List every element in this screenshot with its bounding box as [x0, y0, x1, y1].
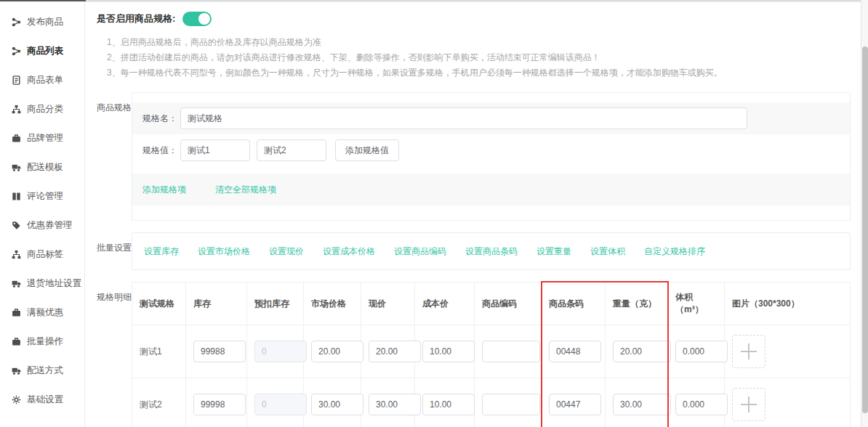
enable-spec-label: 是否启用商品规格: — [97, 12, 175, 25]
cell-cost — [415, 378, 475, 427]
tag-icon — [12, 221, 21, 230]
batch-link-1[interactable]: 设置市场价格 — [198, 245, 250, 258]
batch-link-5[interactable]: 设置商品条码 — [465, 245, 518, 258]
spec-detail-table: 测试规格库存预扣库存市场价格现价成本价商品编码商品条码重量（克）体积（m³）图片… — [132, 282, 851, 427]
cell-barcode — [542, 378, 606, 427]
input-code-row2[interactable] — [482, 394, 540, 415]
spec-name-input[interactable] — [180, 107, 747, 129]
scrollbar-thumb[interactable] — [862, 46, 868, 413]
page-scrollbar[interactable] — [861, 0, 868, 427]
input-reserved-row2 — [254, 394, 307, 415]
sidebar-item-4[interactable]: 品牌管理 — [0, 123, 84, 152]
cell-code — [475, 325, 542, 378]
header-barcode: 商品条码 — [542, 282, 606, 325]
cell-image — [725, 325, 851, 378]
cell-reserved — [247, 378, 304, 427]
sidebar-item-7[interactable]: 优惠券管理 — [0, 211, 84, 240]
spec-table-wrap: 测试规格库存预扣库存市场价格现价成本价商品编码商品条码重量（克）体积（m³）图片… — [132, 282, 851, 427]
input-weight-row2[interactable] — [613, 394, 671, 415]
header-reserved: 预扣库存 — [247, 282, 304, 325]
input-market_price-row2[interactable] — [311, 394, 363, 415]
sidebar-item-label: 退货地址设置 — [27, 277, 81, 290]
sidebar-menu: 发布商品商品列表商品表单商品分类品牌管理配送模板评论管理优惠券管理商品标签退货地… — [0, 7, 84, 414]
batch-link-8[interactable]: 自定义规格排序 — [644, 245, 705, 258]
clear-all-spec-link[interactable]: 清空全部规格项 — [215, 184, 276, 196]
input-cost-row2[interactable] — [422, 394, 475, 415]
sidebar-item-2[interactable]: 商品表单 — [0, 65, 84, 94]
batch-card: 设置库存设置市场价格设置现价设置成本价格设置商品编码设置商品条码设置重量设置体积… — [132, 232, 851, 270]
input-market_price-row1[interactable] — [311, 341, 363, 362]
spec-value-input-1[interactable] — [180, 139, 250, 161]
cell-volume — [668, 378, 725, 427]
batch-link-7[interactable]: 设置体积 — [590, 245, 625, 258]
input-reserved-row1 — [254, 341, 307, 362]
sidebar-item-8[interactable]: 商品标签 — [0, 240, 84, 269]
sidebar-item-13[interactable]: 基础设置 — [0, 385, 84, 414]
sidebar-item-label: 商品表单 — [27, 74, 63, 86]
cell-spec: 测试1 — [132, 325, 186, 378]
input-barcode-row1[interactable] — [549, 341, 601, 362]
image-upload-button[interactable] — [732, 335, 765, 368]
input-volume-row2[interactable] — [675, 394, 728, 415]
detail-section-label: 规格明细 — [97, 282, 132, 427]
batch-link-0[interactable]: 设置库存 — [144, 245, 179, 258]
batch-link-4[interactable]: 设置商品编码 — [394, 245, 446, 258]
header-code: 商品编码 — [475, 282, 542, 325]
sidebar: 发布商品商品列表商品表单商品分类品牌管理配送模板评论管理优惠券管理商品标签退货地… — [0, 1, 85, 427]
header-cost: 成本价 — [415, 282, 475, 325]
share-nodes-icon — [12, 46, 21, 56]
sidebar-item-5[interactable]: 配送模板 — [0, 152, 84, 182]
table-row: 测试2 — [132, 378, 851, 427]
cell-stock — [186, 378, 247, 427]
header-price: 现价 — [361, 282, 415, 325]
sidebar-item-label: 商品列表 — [27, 45, 63, 57]
header-weight: 重量（克） — [606, 282, 668, 325]
sidebar-item-1[interactable]: 商品列表 — [0, 36, 84, 65]
sidebar-item-label: 评论管理 — [27, 190, 63, 203]
sidebar-item-9[interactable]: 退货地址设置 — [0, 269, 84, 298]
batch-section-label: 批量设置 — [97, 232, 132, 270]
add-spec-item-link[interactable]: 添加规格项 — [142, 184, 186, 196]
sidebar-item-label: 满额优惠 — [27, 306, 63, 319]
columns-icon — [12, 192, 21, 201]
input-code-row1[interactable] — [482, 341, 540, 362]
add-spec-value-button[interactable]: 添加规格值 — [335, 139, 399, 161]
note-line-1: 1、启用商品规格后，商品的价格及库存以商品规格为准 — [107, 35, 851, 50]
spec-value-input-2[interactable] — [257, 139, 326, 161]
cell-market_price — [304, 325, 361, 378]
gear-icon — [12, 395, 21, 404]
cell-stock — [186, 325, 247, 378]
image-upload-button[interactable] — [732, 388, 765, 421]
spec-table-header-row: 测试规格库存预扣库存市场价格现价成本价商品编码商品条码重量（克）体积（m³）图片… — [132, 282, 851, 325]
sidebar-item-6[interactable]: 评论管理 — [0, 182, 84, 211]
batch-link-2[interactable]: 设置现价 — [269, 245, 304, 258]
batch-link-3[interactable]: 设置成本价格 — [323, 245, 375, 258]
table-row: 测试1 — [132, 325, 851, 378]
sitemap-icon — [12, 105, 21, 114]
input-volume-row1[interactable] — [675, 341, 728, 362]
sidebar-item-11[interactable]: 批量操作 — [0, 327, 84, 356]
sidebar-item-label: 商品标签 — [27, 248, 63, 261]
sidebar-item-3[interactable]: 商品分类 — [0, 94, 84, 123]
enable-spec-toggle[interactable] — [182, 12, 212, 26]
sidebar-item-label: 批量操作 — [27, 336, 63, 348]
sidebar-item-label: 优惠券管理 — [27, 219, 73, 232]
sitemap-icon — [12, 250, 21, 259]
input-weight-row1[interactable] — [613, 341, 671, 362]
note-line-2: 2、拼团活动创建后的商品，请勿对该商品进行修改规格、下架、删除等操作，否则影响下… — [107, 50, 851, 65]
sidebar-item-label: 发布商品 — [27, 16, 63, 28]
sidebar-item-10[interactable]: 满额优惠 — [0, 298, 84, 327]
sidebar-item-label: 配送模板 — [27, 161, 63, 174]
input-price-row2[interactable] — [369, 394, 421, 415]
input-stock-row2[interactable] — [193, 394, 246, 415]
sidebar-item-12[interactable]: 配送方式 — [0, 356, 84, 385]
note-line-3: 3、每一种规格代表不同型号，例如颜色为一种规格，尺寸为一种规格，如果设置多规格，… — [107, 65, 851, 81]
batch-link-6[interactable]: 设置重量 — [537, 245, 571, 258]
header-stock: 库存 — [186, 282, 247, 325]
input-price-row1[interactable] — [369, 341, 421, 362]
input-barcode-row2[interactable] — [549, 394, 601, 415]
sidebar-item-label: 商品分类 — [27, 103, 63, 115]
sidebar-item-0[interactable]: 发布商品 — [0, 7, 84, 36]
input-stock-row1[interactable] — [193, 341, 246, 362]
input-cost-row1[interactable] — [422, 341, 475, 362]
